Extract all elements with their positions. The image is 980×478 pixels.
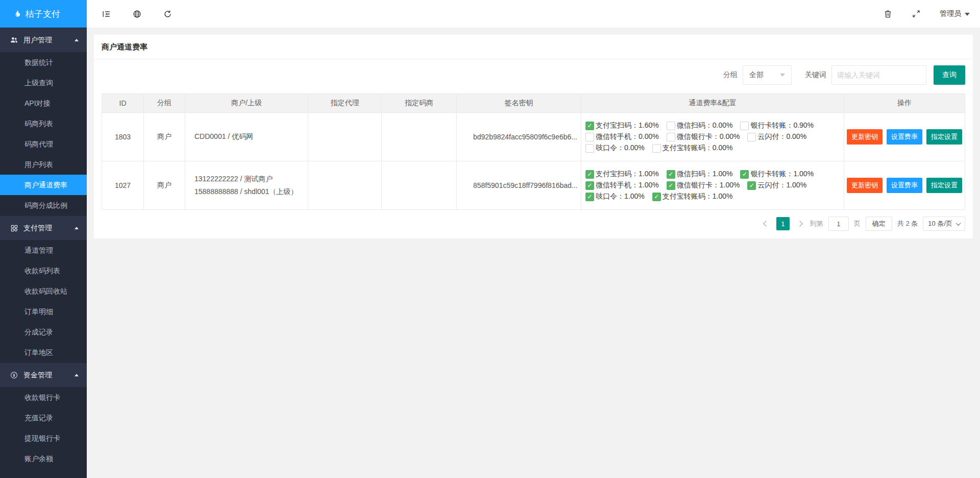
rate-label: 银行卡转账：1.00% — [750, 170, 814, 179]
sidebar-item-user-list[interactable]: 用户列表 — [0, 154, 87, 175]
cell-group: 商户 — [144, 161, 185, 210]
checkbox-checked[interactable]: ✓ — [585, 122, 594, 130]
rate-label: 云闪付：0.00% — [757, 132, 806, 141]
rate-item: ✓吱口令：1.00% — [585, 192, 645, 201]
rate-label: 微信转手机：0.00% — [596, 132, 659, 141]
confirm-page-button[interactable]: 确定 — [866, 217, 892, 231]
app-logo[interactable]: 桔子支付 — [0, 0, 87, 28]
sidebar-item-share-records[interactable]: 分成记录 — [0, 322, 87, 342]
column-header: 指定码商 — [382, 94, 457, 113]
checkbox-checked[interactable]: ✓ — [747, 181, 756, 190]
group-filter-label: 分组 — [723, 70, 738, 80]
goto-page-input[interactable] — [828, 217, 849, 231]
sidebar-item-recharge-records[interactable]: 充值记录 — [0, 408, 87, 428]
total-count-label: 共 2 条 — [897, 219, 918, 228]
sidebar-item-receiving-bank-card[interactable]: 收款银行卡 — [0, 387, 87, 408]
content-card: 商户通道费率 分组 全部 关键词 查询 ID分组商户/上级指定代理指定码商签名密… — [94, 35, 973, 238]
cell-channel-rates: ✓支付宝扫码：1.60%微信扫码：0.00%银行卡转账：0.90%微信转手机：0… — [581, 113, 844, 161]
rate-item: ✓支付宝扫码：1.60% — [585, 121, 659, 130]
sidebar-item-merchant-channel-rate[interactable]: 商户通道费率 — [0, 175, 87, 195]
group-select[interactable]: 全部 — [743, 65, 792, 85]
sidebar-item-api-integration[interactable]: API对接 — [0, 93, 87, 113]
current-page-button[interactable]: 1 — [776, 217, 790, 230]
sidebar-item-account-balance[interactable]: 账户余额 — [0, 448, 87, 469]
update-key-button[interactable]: 更新密钥 — [847, 178, 883, 193]
rate-label: 微信银行卡：0.00% — [677, 132, 740, 141]
update-key-button[interactable]: 更新密钥 — [847, 129, 883, 145]
checkbox-checked[interactable]: ✓ — [667, 170, 675, 179]
chevron-down-icon — [956, 221, 961, 226]
checkbox-unchecked[interactable] — [747, 133, 756, 141]
cell-merchant-parent: 13122222222 / 测试商户15888888888 / shdl001（… — [185, 161, 308, 210]
cell-merchant-parent: CDD0001 / 优码网 — [185, 113, 308, 161]
collapse-sidebar-icon[interactable] — [101, 9, 111, 19]
checkbox-unchecked[interactable] — [652, 144, 661, 153]
rate-item: ✓支付宝转账码：1.00% — [652, 192, 733, 201]
checkbox-checked[interactable]: ✓ — [652, 193, 661, 201]
prev-page-button[interactable] — [761, 217, 771, 230]
checkbox-unchecked[interactable] — [667, 122, 675, 130]
sidebar-item-payment-code-list[interactable]: 收款码列表 — [0, 260, 87, 281]
next-page-button[interactable] — [795, 217, 805, 230]
goto-label: 到第 — [810, 219, 823, 228]
sidebar-item-code-merchant-share-ratio[interactable]: 码商分成比例 — [0, 195, 87, 216]
sidebar-item-parent-query[interactable]: 上级查询 — [0, 73, 87, 93]
cell-id: 1027 — [102, 161, 144, 210]
table-container: ID分组商户/上级指定代理指定码商签名密钥通道费率&配置操作 1803商户CDD… — [94, 86, 973, 210]
sidebar-group-payment-management[interactable]: 支付管理 — [0, 216, 87, 240]
checkbox-checked[interactable]: ✓ — [585, 170, 594, 179]
checkbox-unchecked[interactable] — [667, 133, 675, 141]
column-header: 指定代理 — [308, 94, 382, 113]
sidebar-item-order-region[interactable]: 订单地区 — [0, 342, 87, 363]
rate-label: 支付宝转账码：0.00% — [663, 144, 733, 153]
checkbox-unchecked[interactable] — [740, 122, 749, 130]
main-content: 商户通道费率 分组 全部 关键词 查询 ID分组商户/上级指定代理指定码商签名密… — [87, 28, 980, 478]
rate-line: ✓微信转手机：1.00%✓微信银行卡：1.00%✓云闪付：1.00% — [585, 181, 844, 190]
set-rate-button[interactable]: 设置费率 — [887, 129, 922, 145]
sidebar-item-channel-management[interactable]: 通道管理 — [0, 240, 87, 260]
rate-label: 微信扫码：0.00% — [677, 121, 733, 130]
merchant-line: 13122222222 / 测试商户 — [194, 175, 308, 184]
sidebar-item-data-statistics[interactable]: 数据统计 — [0, 52, 87, 73]
sidebar-group-funds-management[interactable]: 资金管理 — [0, 363, 87, 387]
rate-item: ✓微信扫码：1.00% — [667, 170, 733, 179]
rate-item: 云闪付：0.00% — [747, 132, 806, 141]
rate-item: ✓微信转手机：1.00% — [585, 181, 659, 190]
search-button[interactable]: 查询 — [934, 65, 965, 85]
table-row: 1027商户13122222222 / 测试商户15888888888 / sh… — [102, 161, 965, 210]
admin-dropdown[interactable]: 管理员 — [940, 9, 970, 18]
rate-line: ✓支付宝扫码：1.60%微信扫码：0.00%银行卡转账：0.90% — [585, 121, 844, 130]
assign-settings-button[interactable]: 指定设置 — [926, 129, 962, 145]
fullscreen-icon[interactable] — [911, 9, 921, 19]
checkbox-checked[interactable]: ✓ — [740, 170, 749, 179]
column-header: 分组 — [144, 94, 185, 113]
cell-group: 商户 — [144, 113, 185, 161]
rate-label: 云闪付：1.00% — [757, 181, 806, 190]
sidebar-item-withdrawal-bank-card[interactable]: 提现银行卡 — [0, 428, 87, 448]
checkbox-checked[interactable]: ✓ — [585, 181, 594, 190]
rate-label: 吱口令：0.00% — [596, 144, 645, 153]
assign-settings-button[interactable]: 指定设置 — [926, 178, 962, 193]
checkbox-unchecked[interactable] — [585, 144, 594, 153]
rate-item: ✓云闪付：1.00% — [747, 181, 806, 190]
sidebar-group-user-management[interactable]: 用户管理 — [0, 28, 87, 52]
rate-label: 支付宝扫码：1.60% — [596, 121, 659, 130]
keyword-input[interactable] — [831, 65, 926, 85]
globe-icon[interactable] — [132, 9, 142, 19]
checkbox-checked[interactable]: ✓ — [585, 193, 594, 201]
trash-icon[interactable] — [883, 9, 893, 19]
checkbox-checked[interactable]: ✓ — [667, 181, 675, 190]
checkbox-unchecked[interactable] — [585, 133, 594, 141]
cell-assigned-code-merchant — [382, 161, 457, 210]
sidebar-item-code-merchant-list[interactable]: 码商列表 — [0, 113, 87, 134]
sidebar-item-order-details[interactable]: 订单明细 — [0, 301, 87, 322]
component-icon — [10, 224, 18, 232]
sidebar-item-payment-code-recycle[interactable]: 收款码回收站 — [0, 281, 87, 301]
set-rate-button[interactable]: 设置费率 — [887, 178, 922, 193]
users-icon — [10, 36, 18, 44]
page-size-select[interactable]: 10 条/页 — [923, 217, 965, 231]
table-header-row: ID分组商户/上级指定代理指定码商签名密钥通道费率&配置操作 — [102, 94, 965, 113]
sidebar-item-code-merchant-agent[interactable]: 码商代理 — [0, 134, 87, 154]
refresh-icon[interactable] — [162, 9, 173, 19]
yuan-icon — [10, 371, 18, 379]
